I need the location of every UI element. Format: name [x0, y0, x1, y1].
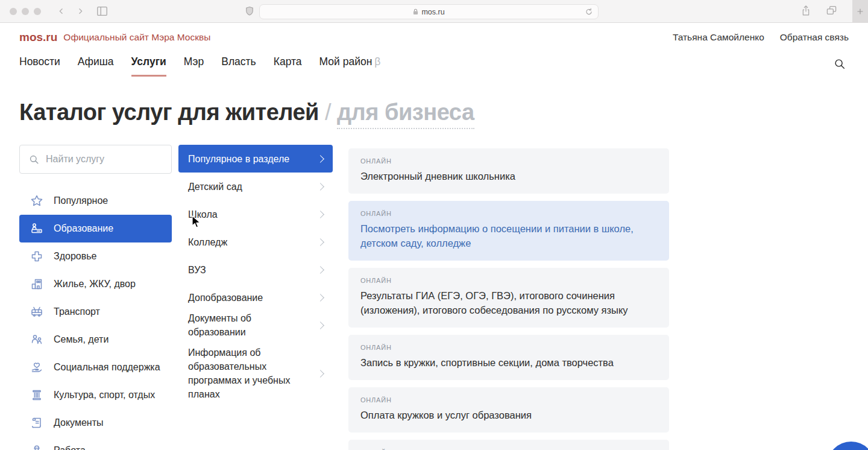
mos-ru-logo[interactable]: mos.ru [19, 31, 57, 44]
social-support-icon [29, 360, 45, 375]
close-icon[interactable] [10, 8, 17, 15]
culture-column-icon [29, 387, 45, 403]
window-controls [10, 8, 41, 15]
search-input[interactable] [46, 154, 154, 165]
chevron-right-icon [316, 155, 324, 163]
service-card-title: Посмотреть информацию о посещении и пита… [360, 221, 657, 250]
sidebar-item-social-support[interactable]: Социальная поддержка [19, 353, 172, 381]
education-icon [29, 221, 45, 236]
title-business-link[interactable]: для бизнеса [337, 100, 474, 129]
chevron-right-icon [316, 370, 324, 378]
service-card-list: ОНЛАЙН Электронный дневник школьника ОНЛ… [348, 148, 669, 450]
sidebar-item-culture[interactable]: Культура, спорт, отдых [19, 381, 172, 409]
service-search-box[interactable] [19, 145, 172, 174]
beta-badge: β [374, 55, 380, 68]
nav-item-map[interactable]: Карта [274, 55, 302, 75]
tabs-icon[interactable] [826, 5, 837, 17]
reload-icon[interactable] [585, 7, 593, 18]
chevron-right-icon [316, 238, 324, 246]
subcat-university[interactable]: ВУЗ [178, 256, 333, 284]
online-badge: ОНЛАЙН [360, 396, 657, 404]
sidebar-item-label: Социальная поддержка [54, 362, 160, 373]
subcategory-list: Популярное в разделе Детский сад Школа К… [178, 145, 333, 408]
sidebar-item-label: Транспорт [54, 306, 100, 317]
url-text: mos.ru [421, 8, 444, 16]
nav-item-mayor[interactable]: Мэр [184, 55, 204, 75]
sidebar-item-label: Семья, дети [54, 334, 108, 345]
subcat-college[interactable]: Колледж [178, 228, 333, 256]
minimize-icon[interactable] [22, 8, 29, 15]
sidebar-item-housing[interactable]: Жилье, ЖКУ, двор [19, 270, 172, 298]
forward-icon[interactable] [72, 4, 88, 19]
service-card-title: Электронный дневник школьника [360, 169, 657, 183]
lock-icon [413, 8, 418, 15]
service-card-attendance-meals[interactable]: ОНЛАЙН Посмотреть информацию о посещении… [348, 201, 669, 261]
feedback-link[interactable]: Обратная связь [780, 32, 849, 43]
subcat-popular-in-section[interactable]: Популярное в разделе [178, 145, 333, 173]
address-bar[interactable]: mos.ru [259, 4, 599, 19]
housing-icon [29, 276, 45, 292]
nav-item-afisha[interactable]: Афиша [78, 55, 114, 75]
nav-item-news[interactable]: Новости [19, 55, 60, 75]
shield-icon[interactable] [245, 6, 254, 16]
sidebar-item-label: Жилье, ЖКУ, двор [54, 279, 136, 290]
back-icon[interactable] [53, 4, 69, 19]
main-nav: Новости Афиша Услуги Мэр Власть Карта Мо… [19, 55, 380, 77]
sidebar-item-label: Документы [54, 417, 103, 428]
browser-chrome: mos.ru [0, 0, 868, 23]
subcat-education-documents[interactable]: Документы об образовании [178, 311, 333, 339]
sidebar-item-popular[interactable]: Популярное [19, 187, 172, 215]
chevron-right-icon [316, 294, 324, 302]
title-separator: / [325, 100, 331, 125]
chevron-right-icon [316, 183, 324, 191]
sidebar-item-label: Культура, спорт, отдых [54, 390, 155, 401]
chevron-right-icon [316, 266, 324, 274]
online-badge: ОНЛАЙН [360, 277, 657, 284]
maximize-icon[interactable] [34, 8, 41, 15]
subcat-kindergarten[interactable]: Детский сад [178, 173, 333, 200]
nav-item-services[interactable]: Услуги [131, 55, 166, 77]
search-icon [28, 154, 40, 165]
new-tab-plus-icon[interactable] [852, 0, 868, 23]
service-card-kindergarten-enrollment[interactable]: ОНЛАЙН Запись (перевод) в детский сад [348, 440, 669, 450]
search-icon[interactable] [833, 57, 846, 73]
sidebar-item-education[interactable]: Образование [19, 215, 172, 242]
sidebar-item-family[interactable]: Семья, дети [19, 326, 172, 353]
service-card-gia-results[interactable]: ОНЛАЙН Результаты ГИА (ЕГЭ, ОГЭ, ГВЭ), и… [348, 268, 669, 328]
online-badge: ОНЛАЙН [360, 157, 657, 165]
subcat-extra-education[interactable]: Допобразование [178, 284, 333, 311]
page-title: Каталог услуг для жителей/для бизнеса [19, 100, 474, 125]
chevron-right-icon [316, 211, 324, 218]
sidebar-item-label: Популярное [54, 195, 108, 206]
nav-item-my-district[interactable]: Мой районβ [319, 55, 381, 75]
family-icon [29, 332, 45, 347]
sidebar-toggle-icon[interactable] [96, 6, 108, 16]
service-card-title: Результаты ГИА (ЕГЭ, ОГЭ, ГВЭ), итоговог… [360, 288, 657, 317]
service-card-title: Оплата кружков и услуг образования [360, 408, 657, 422]
site-header: mos.ru Официальный сайт Мэра Москвы Тать… [0, 24, 868, 51]
sidebar-item-documents[interactable]: Документы [19, 409, 172, 437]
sidebar-item-label: Образование [54, 223, 113, 234]
share-icon[interactable] [801, 5, 811, 19]
chevron-right-icon [316, 322, 324, 329]
site-tagline: Официальный сайт Мэра Москвы [63, 32, 210, 43]
transport-icon [29, 304, 45, 320]
sidebar-item-transport[interactable]: Транспорт [19, 298, 172, 326]
service-card-clubs-payment[interactable]: ОНЛАЙН Оплата кружков и услуг образовани… [348, 387, 669, 433]
service-card-clubs-enrollment[interactable]: ОНЛАЙН Запись в кружки, спортивные секци… [348, 335, 669, 380]
sidebar-item-work[interactable]: Работа [19, 437, 172, 450]
health-cross-icon [29, 249, 45, 264]
subcat-education-programs-info[interactable]: Информация об образовательных программах… [178, 339, 333, 408]
sidebar-item-health[interactable]: Здоровье [19, 242, 172, 270]
nav-item-authority[interactable]: Власть [221, 55, 256, 75]
sidebar-item-label: Работа [54, 445, 86, 450]
star-icon [29, 193, 45, 209]
title-residents: Каталог услуг для жителей [19, 100, 319, 125]
user-name-link[interactable]: Татьяна Самойленко [673, 32, 764, 43]
subcat-school[interactable]: Школа [178, 200, 333, 228]
service-card-title: Запись в кружки, спортивные секции, дома… [360, 355, 657, 370]
chat-assistant-button[interactable] [827, 442, 868, 450]
work-icon [29, 443, 45, 450]
category-sidebar: Популярное Образование Здоровье Жилье, Ж… [19, 145, 172, 450]
service-card-e-diary[interactable]: ОНЛАЙН Электронный дневник школьника [348, 148, 669, 194]
